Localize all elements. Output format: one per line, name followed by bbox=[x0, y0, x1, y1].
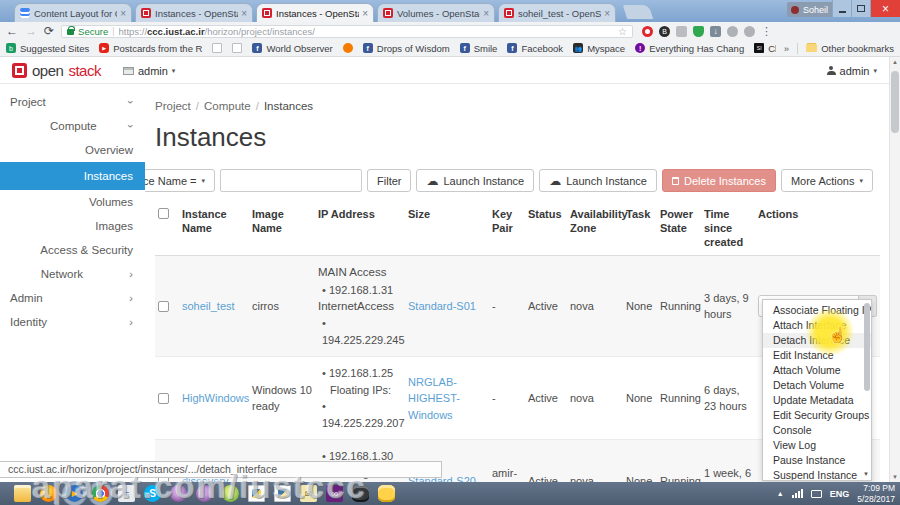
select-all-checkbox[interactable] bbox=[158, 208, 169, 219]
python-file-2-icon[interactable] bbox=[274, 485, 291, 502]
scroll-down-icon[interactable]: ▼ bbox=[890, 474, 900, 480]
back-icon[interactable]: ← bbox=[6, 25, 18, 37]
bookmark-item-7[interactable]: Smile bbox=[460, 43, 498, 54]
launch-instance-button-2[interactable]: ☁ Launch Instance bbox=[539, 169, 657, 192]
netscan-icon[interactable] bbox=[118, 485, 135, 502]
scroll-up-icon[interactable]: ▲ bbox=[890, 59, 900, 65]
browser-menu-icon[interactable]: ⋮ bbox=[761, 25, 772, 38]
menu-item-view-log[interactable]: View Log bbox=[763, 438, 871, 453]
close-tab-icon[interactable]: × bbox=[483, 8, 489, 19]
page-scrollbar[interactable]: ▲ ▼ bbox=[889, 57, 900, 482]
sidebar-item-network[interactable]: Network› bbox=[0, 262, 145, 286]
menu-scrollbar-thumb[interactable] bbox=[864, 303, 870, 391]
yellow-notes-icon[interactable] bbox=[378, 485, 395, 502]
tab-3[interactable]: Volumes - OpenStack Da× bbox=[377, 3, 495, 22]
screenshot-icon[interactable] bbox=[676, 26, 687, 37]
bookmark-item-3[interactable] bbox=[232, 43, 242, 53]
language-indicator[interactable]: ENG bbox=[830, 489, 850, 499]
close-tab-icon[interactable]: × bbox=[362, 8, 368, 19]
menu-item-edit-security-groups[interactable]: Edit Security Groups bbox=[763, 408, 871, 423]
menu-item-console[interactable]: Console bbox=[763, 423, 871, 438]
launch-instance-button[interactable]: ☁ Launch Instance bbox=[416, 169, 534, 192]
breadcrumb-compute[interactable]: Compute bbox=[204, 100, 251, 112]
bookmark-item-2[interactable] bbox=[212, 43, 222, 53]
tab-1[interactable]: Instances - OpenStack D× bbox=[135, 3, 253, 22]
close-tab-icon[interactable]: × bbox=[604, 8, 610, 19]
close-button[interactable]: × bbox=[870, 0, 900, 17]
sidebar-item-images[interactable]: Images bbox=[0, 214, 145, 238]
opera-icon[interactable] bbox=[642, 26, 653, 37]
clock[interactable]: 7:09 PM 5/28/2017 bbox=[857, 483, 895, 503]
database-icon[interactable] bbox=[352, 485, 369, 502]
skype-icon[interactable] bbox=[144, 485, 161, 502]
row-checkbox[interactable] bbox=[158, 301, 169, 312]
tab-0[interactable]: Content Layout for CCC× bbox=[14, 3, 132, 22]
bookmark-item-6[interactable]: Drops of Wisdom bbox=[363, 43, 450, 54]
forward-icon[interactable]: → bbox=[25, 25, 37, 37]
more-actions-button[interactable]: More Actions ▾ bbox=[781, 169, 873, 192]
adblock-icon[interactable]: B bbox=[659, 26, 670, 37]
bookmarks-overflow-icon[interactable]: » bbox=[784, 43, 789, 54]
network-signal-icon[interactable] bbox=[792, 489, 803, 498]
maximize-button[interactable] bbox=[851, 0, 870, 17]
menu-item-update-metadata[interactable]: Update Metadata bbox=[763, 393, 871, 408]
purple-app-2-icon[interactable] bbox=[196, 485, 213, 502]
breadcrumb-project[interactable]: Project bbox=[155, 100, 191, 112]
row-checkbox[interactable] bbox=[158, 393, 169, 404]
browser-profile-button[interactable]: Soheil bbox=[787, 2, 836, 17]
tab-2[interactable]: Instances - OpenStack D× bbox=[256, 3, 374, 22]
sidebar-item-compute[interactable]: Compute› bbox=[0, 114, 145, 138]
minimize-button[interactable] bbox=[832, 0, 851, 17]
location-pin-icon[interactable] bbox=[744, 26, 755, 37]
bookmark-star-icon[interactable]: ☆ bbox=[618, 26, 627, 37]
menu-item-detach-volume[interactable]: Detach Volume bbox=[763, 378, 871, 393]
tab-4[interactable]: soheil_test - OpenStack× bbox=[498, 3, 616, 22]
close-tab-icon[interactable]: × bbox=[241, 8, 247, 19]
purple-app-1-icon[interactable] bbox=[170, 485, 187, 502]
bookmark-item-9[interactable]: Myspace bbox=[573, 43, 625, 54]
bookmark-item-8[interactable]: Facebook bbox=[507, 43, 563, 54]
reload-icon[interactable]: ⟳ bbox=[44, 25, 54, 37]
chrome-icon[interactable] bbox=[92, 485, 109, 502]
instance-name-link[interactable]: soheil_test bbox=[182, 300, 235, 312]
sidebar-item-identity[interactable]: Identity› bbox=[0, 310, 145, 334]
globe-icon[interactable] bbox=[727, 26, 738, 37]
instance-name-link[interactable]: HighWindows bbox=[182, 392, 249, 404]
android-studio-icon[interactable] bbox=[222, 485, 239, 502]
user-menu[interactable]: admin ▾ bbox=[827, 65, 877, 77]
sidebar-item-volumes[interactable]: Volumes bbox=[0, 190, 145, 214]
bookmark-item-0[interactable]: Suggested Sites bbox=[6, 43, 89, 54]
sidebar-item-project[interactable]: Project› bbox=[0, 90, 145, 114]
bookmark-item-11[interactable]: Click the squares to n bbox=[754, 43, 776, 54]
filter-button[interactable]: Filter bbox=[367, 169, 411, 192]
visual-studio-icon[interactable] bbox=[326, 485, 343, 502]
menu-item-attach-volume[interactable]: Attach Volume bbox=[763, 363, 871, 378]
address-bar[interactable]: Secure | https://ccc.iust.ac.ir/horizon/… bbox=[61, 25, 633, 38]
close-tab-icon[interactable]: × bbox=[120, 8, 126, 19]
tray-expand-icon[interactable]: ▲ bbox=[777, 490, 784, 497]
other-bookmarks-button[interactable]: Other bookmarks bbox=[797, 43, 894, 54]
menu-item-suspend-instance[interactable]: Suspend Instance bbox=[763, 468, 871, 481]
sidebar-item-admin[interactable]: Admin› bbox=[0, 286, 145, 310]
delete-instances-button[interactable]: Delete Instances bbox=[662, 169, 776, 192]
mail-search-icon[interactable] bbox=[300, 485, 317, 502]
media-player-icon[interactable] bbox=[66, 485, 83, 502]
menu-item-pause-instance[interactable]: Pause Instance bbox=[763, 453, 871, 468]
size-link[interactable]: NRGLAB-HIGHEST-Windows bbox=[408, 376, 460, 421]
sidebar-item-overview[interactable]: Overview bbox=[0, 138, 145, 162]
keyboard-icon[interactable] bbox=[811, 490, 822, 498]
bookmark-item-1[interactable]: Postcards from the R bbox=[99, 43, 202, 54]
menu-scroll-down-icon[interactable]: ▼ bbox=[862, 469, 870, 479]
openstack-logo[interactable]: openstack bbox=[12, 62, 101, 79]
size-link[interactable]: Standard-S01 bbox=[408, 300, 476, 312]
project-selector[interactable]: admin ▾ bbox=[123, 65, 175, 77]
sidebar-item-instances[interactable]: Instances bbox=[0, 162, 145, 190]
filter-field-dropdown[interactable]: Instance Name = ▾ bbox=[145, 169, 215, 192]
bookmark-item-4[interactable]: World Observer bbox=[252, 43, 332, 54]
python-file-1-icon[interactable] bbox=[248, 485, 265, 502]
bookmark-item-5[interactable] bbox=[343, 43, 353, 53]
firefox-icon[interactable] bbox=[40, 485, 57, 502]
filter-input[interactable] bbox=[220, 169, 362, 192]
file-explorer-icon[interactable] bbox=[14, 485, 31, 502]
bookmark-item-10[interactable]: Everything Has Chang bbox=[635, 43, 744, 54]
